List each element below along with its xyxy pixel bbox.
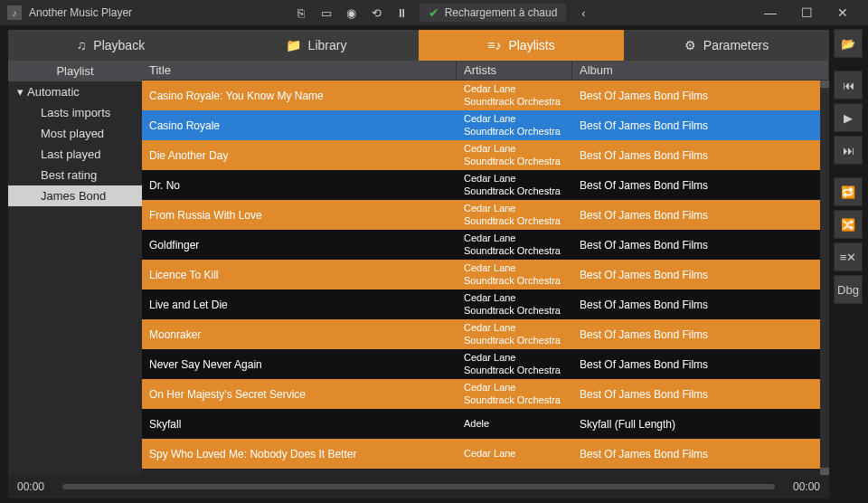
cell-artist: Cedar Lane: [457, 446, 572, 462]
cell-album: Skyfall (Full Length): [572, 416, 829, 432]
table-row[interactable]: SkyfallAdeleSkyfall (Full Length): [142, 409, 829, 439]
table-row[interactable]: On Her Majesty's Secret ServiceCedar Lan…: [142, 379, 829, 409]
cell-artist: Cedar Lane Soundtrack Orchestra: [457, 290, 572, 319]
app-title: Another Music Player: [29, 6, 132, 19]
cell-album: Best Of James Bond Films: [572, 297, 829, 313]
minimize-button[interactable]: —: [752, 0, 788, 25]
tool-record-icon[interactable]: ◉: [344, 5, 360, 21]
skip-next-icon: ⏭: [843, 144, 854, 157]
cell-artist: Cedar Lane Soundtrack Orchestra: [457, 231, 572, 260]
titlebar: ♪ Another Music Player ⎘ ▭ ◉ ⟲ ⏸ ✔ Recha…: [0, 0, 868, 25]
sidebar-item-last-played[interactable]: Last played: [8, 144, 142, 165]
table-row[interactable]: From Russia With LoveCedar Lane Soundtra…: [142, 200, 829, 230]
play-icon: ▶: [844, 111, 853, 125]
cell-album: Best Of James Bond Films: [572, 118, 829, 134]
tab-library-label: Library: [308, 38, 347, 52]
debug-toolbar: ⎘ ▭ ◉ ⟲ ⏸ ✔ Rechargement à chaud ‹: [132, 4, 752, 22]
right-toolbar: 📂 ⏮ ▶ ⏭ 🔁 🔀 ≡✕ Dbg: [832, 25, 868, 503]
maximize-button[interactable]: ☐: [788, 0, 825, 25]
open-folder-button[interactable]: 📂: [834, 29, 863, 58]
cell-artist: Cedar Lane Soundtrack Orchestra: [457, 380, 572, 409]
table-header: Title Artists Album: [142, 61, 829, 81]
sidebar-item-lasts-imports[interactable]: Lasts imports: [8, 102, 142, 123]
cell-title: Never Say Never Again: [142, 356, 457, 373]
shuffle-button[interactable]: 🔀: [834, 210, 863, 239]
table-row[interactable]: Dr. NoCedar Lane Soundtrack OrchestraBes…: [142, 170, 829, 200]
cell-title: Licence To Kill: [142, 267, 457, 283]
tab-playlists-label: Playlists: [508, 38, 554, 52]
sidebar-item-best-rating[interactable]: Best rating: [8, 165, 142, 185]
next-track-button[interactable]: ⏭: [834, 136, 863, 165]
table-row[interactable]: Casino Royale: You Know My NameCedar Lan…: [142, 81, 829, 110]
table-row[interactable]: Licence To KillCedar Lane Soundtrack Orc…: [142, 260, 829, 289]
table-row[interactable]: Live and Let DieCedar Lane Soundtrack Or…: [142, 289, 829, 319]
cell-artist: Cedar Lane Soundtrack Orchestra: [457, 81, 572, 110]
tool-add-icon[interactable]: ⎘: [293, 5, 309, 21]
tab-playback-label: Playback: [93, 38, 145, 52]
header-artists[interactable]: Artists: [457, 61, 572, 80]
sidebar-header: Playlist: [8, 61, 142, 81]
cell-artist: Cedar Lane Soundtrack Orchestra: [457, 111, 572, 140]
table-row[interactable]: GoldfingerCedar Lane Soundtrack Orchestr…: [142, 230, 829, 260]
cell-album: Best Of James Bond Films: [572, 147, 829, 164]
player-bar: 00:00 00:00: [8, 475, 829, 498]
collapse-icon: ▾: [17, 85, 24, 99]
app-icon: ♪: [7, 5, 22, 20]
vertical-scrollbar[interactable]: [820, 81, 829, 475]
tab-playlists[interactable]: ≡♪ Playlists: [419, 30, 624, 61]
debug-button[interactable]: Dbg: [834, 275, 863, 304]
cell-title: Goldfinger: [142, 237, 457, 253]
scroll-up-icon[interactable]: [820, 81, 829, 88]
tab-parameters-label: Parameters: [703, 38, 769, 52]
cell-album: Best Of James Bond Films: [572, 207, 829, 223]
tool-pause-icon[interactable]: ⏸: [394, 5, 410, 21]
tab-playback[interactable]: ♫ Playback: [8, 30, 213, 61]
cell-artist: Cedar Lane Soundtrack Orchestra: [457, 350, 572, 379]
cell-album: Best Of James Bond Films: [572, 88, 829, 104]
cell-artist: Cedar Lane Soundtrack Orchestra: [457, 261, 572, 289]
sidebar-item-most-played[interactable]: Most played: [8, 123, 142, 144]
cell-album: Best Of James Bond Films: [572, 237, 829, 253]
repeat-icon: 🔁: [841, 185, 855, 199]
cell-artist: Cedar Lane Soundtrack Orchestra: [457, 141, 572, 170]
tool-prev-icon[interactable]: ‹: [575, 5, 591, 21]
cell-artist: Cedar Lane Soundtrack Orchestra: [457, 171, 572, 200]
header-title[interactable]: Title: [142, 61, 457, 80]
check-icon: ✔: [429, 5, 439, 20]
cell-title: From Russia With Love: [142, 207, 457, 223]
skip-prev-icon: ⏮: [843, 79, 854, 92]
repeat-button[interactable]: 🔁: [834, 177, 863, 206]
playlist-icon: ≡♪: [487, 38, 501, 52]
tool-screen-icon[interactable]: ▭: [318, 5, 335, 21]
folder-open-icon: 📂: [841, 37, 855, 51]
table-row[interactable]: Casino RoyaleCedar Lane Soundtrack Orche…: [142, 110, 829, 140]
play-button[interactable]: ▶: [834, 103, 863, 132]
cell-artist: Cedar Lane Soundtrack Orchestra: [457, 201, 572, 230]
cell-album: Best Of James Bond Films: [572, 177, 829, 194]
hot-reload-indicator[interactable]: ✔ Rechargement à chaud: [420, 4, 567, 22]
folder-icon: 📁: [286, 38, 301, 52]
cell-album: Best Of James Bond Films: [572, 356, 829, 373]
close-button[interactable]: ✕: [825, 0, 861, 25]
seek-slider[interactable]: [62, 484, 775, 489]
table-row[interactable]: MoonrakerCedar Lane Soundtrack Orchestra…: [142, 319, 829, 349]
sidebar-group-automatic[interactable]: ▾ Automatic: [8, 81, 142, 102]
playlist-sidebar: Playlist ▾ Automatic Lasts imports Most …: [8, 61, 142, 475]
cell-album: Best Of James Bond Films: [572, 386, 829, 403]
clear-icon: ≡✕: [840, 251, 857, 264]
tool-swap-icon[interactable]: ⟲: [369, 5, 385, 21]
table-body[interactable]: Casino Royale: You Know My NameCedar Lan…: [142, 81, 829, 475]
debug-label: Dbg: [837, 283, 859, 297]
tab-library[interactable]: 📁 Library: [213, 30, 419, 61]
table-row[interactable]: Die Another DayCedar Lane Soundtrack Orc…: [142, 140, 829, 170]
header-album[interactable]: Album: [572, 61, 829, 80]
tab-parameters[interactable]: ⚙ Parameters: [624, 30, 829, 61]
table-row[interactable]: Spy Who Loved Me: Nobody Does It BetterC…: [142, 439, 829, 469]
clear-button[interactable]: ≡✕: [834, 242, 863, 271]
table-row[interactable]: Never Say Never AgainCedar Lane Soundtra…: [142, 349, 829, 379]
time-elapsed: 00:00: [17, 480, 53, 493]
cell-title: Live and Let Die: [142, 297, 457, 313]
scroll-down-icon[interactable]: [820, 468, 829, 475]
prev-track-button[interactable]: ⏮: [834, 71, 863, 100]
sidebar-item-james-bond[interactable]: James Bond: [8, 185, 142, 206]
